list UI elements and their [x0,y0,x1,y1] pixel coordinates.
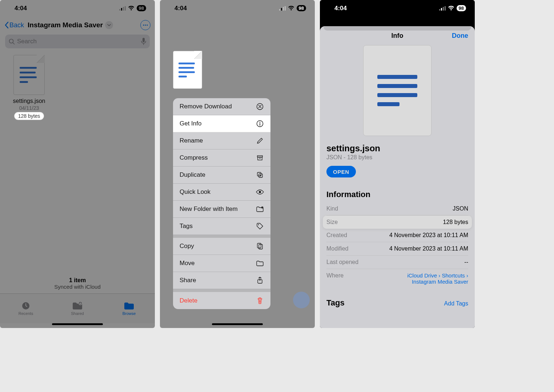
status-icons: 98 [119,5,146,11]
battery-icon: 98 [137,5,146,11]
add-tags-button[interactable]: Add Tags [444,300,468,307]
shared-folder-icon [72,301,83,310]
back-label: Back [9,21,24,29]
tab-bar: Recents Shared Browse [0,293,155,323]
status-time: 4:04 [15,5,27,12]
search-input[interactable]: Search [5,35,150,48]
menu-copy[interactable]: Copy [173,238,270,255]
menu-get-info[interactable]: Get Info [173,115,270,132]
cellular-icon [119,6,126,11]
status-time: 4:04 [174,5,187,12]
status-bar: 4:04 98 [0,0,155,16]
tab-shared[interactable]: Shared [52,294,103,323]
share-icon [256,276,264,284]
menu-label: Delete [180,297,197,304]
context-menu: Remove Download Get Info Rename Compress… [173,98,270,309]
menu-compress[interactable]: Compress [173,149,270,167]
row-value: 4 November 2023 at 10:11 AM [389,245,468,252]
svg-rect-3 [125,6,126,11]
duplicate-icon [256,171,264,179]
menu-remove-download[interactable]: Remove Download [173,98,270,115]
menu-label: Get Info [180,120,201,127]
page-title: Instagram Media Saver [28,21,103,29]
done-button[interactable]: Done [452,32,468,40]
menu-label: Move [180,260,195,267]
info-row-kind: Kind JSON [326,202,468,216]
status-icons: 98 [439,5,466,11]
file-preview[interactable] [363,45,431,136]
svg-rect-8 [142,38,145,42]
bottom-section: 1 item Synced with iCloud Recents Shared… [0,277,155,328]
sync-info: 1 item Synced with iCloud [0,277,155,293]
menu-label: Quick Look [180,188,210,196]
information-heading: Information [326,190,468,199]
ellipsis-icon [143,24,148,26]
info-row-modified: Modified 4 November 2023 at 10:11 AM [326,242,468,256]
menu-new-folder[interactable]: New Folder with Item [173,201,270,218]
open-button[interactable]: OPEN [326,166,356,177]
sheet-header: Info Done [326,26,468,45]
row-key: Size [326,219,338,225]
file-size-badge: 128 bytes [15,112,44,120]
info-row-where: Where iCloud Drive › Shortcuts › Instagr… [326,269,468,288]
svg-rect-15 [285,6,286,11]
svg-point-4 [143,24,144,25]
info-file-name: settings.json [326,143,468,153]
svg-point-5 [145,24,146,25]
tab-browse[interactable]: Browse [103,294,155,323]
archive-icon [256,154,264,162]
menu-delete[interactable]: Delete [173,292,270,309]
remove-download-icon [256,103,264,111]
menu-label: Remove Download [180,103,232,110]
menu-quick-look[interactable]: Quick Look [173,184,270,201]
more-options-button[interactable] [140,20,150,30]
mic-icon[interactable] [141,38,146,45]
svg-rect-26 [257,243,261,248]
search-placeholder: Search [17,38,141,45]
menu-rename[interactable]: Rename [173,132,270,149]
menu-share[interactable]: Share [173,272,270,289]
nav-bar: Back Instagram Media Saver [0,16,155,34]
svg-rect-29 [439,9,440,11]
svg-rect-20 [258,157,262,160]
trash-icon [256,297,264,305]
info-row-size: Size 128 bytes [323,216,472,229]
wifi-icon [448,6,454,11]
copy-icon [256,242,264,250]
svg-rect-30 [441,8,442,11]
row-key: Where [326,272,344,279]
wifi-icon [288,6,294,11]
menu-tags[interactable]: Tags [173,218,270,235]
menu-move[interactable]: Move [173,255,270,272]
screen-files-browse: 4:04 98 Back Instagram Media Saver Searc… [0,0,155,328]
info-row-created: Created 4 November 2023 at 10:11 AM [326,229,468,242]
row-value: -- [464,259,468,265]
folder-icon [256,259,264,267]
svg-point-23 [259,191,261,193]
home-indicator[interactable] [212,323,263,325]
menu-label: Compress [180,154,208,161]
home-indicator[interactable] [52,323,103,325]
row-key: Last opened [326,259,358,265]
info-icon [256,120,264,128]
title-dropdown-button[interactable] [105,21,113,29]
tab-recents[interactable]: Recents [0,294,52,323]
svg-point-25 [258,224,259,225]
tag-icon [256,222,264,230]
svg-rect-31 [443,7,444,11]
where-path[interactable]: iCloud Drive › Shortcuts › Instagram Med… [407,272,468,285]
row-value: JSON [453,205,468,212]
file-preview-thumbnail[interactable] [173,51,202,89]
battery-icon: 98 [457,5,466,11]
assistive-touch-button[interactable] [293,292,310,308]
tags-section-header: Tags Add Tags [326,298,468,308]
svg-rect-1 [121,8,122,11]
status-icons: 98 [279,5,306,11]
menu-duplicate[interactable]: Duplicate [173,167,270,184]
row-value: 128 bytes [443,219,468,225]
file-date: 04/11/23 [7,105,51,111]
clock-icon [21,301,31,310]
menu-label: Copy [180,243,194,250]
file-item-settings-json[interactable]: settings.json 04/11/23 128 bytes [7,55,51,120]
back-button[interactable]: Back [4,21,24,29]
